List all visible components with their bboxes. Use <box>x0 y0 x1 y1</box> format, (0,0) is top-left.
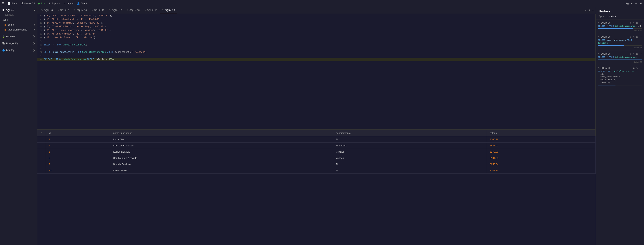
sidebar-mssql-label[interactable]: 🔷 MS SQL ❯ <box>0 48 37 53</box>
tab-icon-sqlite19: ✎ <box>144 9 146 11</box>
sign-in-button[interactable]: Sign in <box>625 2 632 5</box>
col-salario[interactable]: salario <box>487 130 596 136</box>
history-edit-2[interactable]: ✎ <box>633 36 635 38</box>
tabs-bar: ✎ SQLite.8 ✎ SQLite.9 ✎ SQLite.10 ✎ SQLi… <box>38 7 596 14</box>
code-line-25: 25 SELECT * FROM tabelafuncionarios; <box>38 43 596 47</box>
run-button[interactable]: ▶ Run <box>38 2 46 5</box>
file-menu[interactable]: 📄 File ▾ <box>8 2 18 5</box>
tab-icon-sqlite13: ✎ <box>109 9 110 11</box>
sidebar-item-demo[interactable]: ▦ demo ❯ <box>0 22 37 27</box>
history-grid-2[interactable]: ▦ <box>636 36 638 38</box>
tab-sqlite11[interactable]: ✎ SQLite.11 <box>89 8 106 13</box>
sidebar-mariadb-label[interactable]: 🍃 MariaDB ❯ <box>0 34 37 39</box>
history-progress-2 <box>598 45 642 46</box>
tab-sqlite8[interactable]: ✎ SQLite.8 <box>39 8 55 13</box>
history-panel: History Syntax | History ✎ SQLite.20 ▶ ✎… <box>596 7 644 245</box>
share-tab-button[interactable]: ⬆ <box>588 9 590 12</box>
tab-sqlite18[interactable]: ✎ SQLite.18 <box>124 8 142 13</box>
tab-label-sqlite8: SQLite.8 <box>44 9 53 12</box>
history-edit-4[interactable]: ✎ <box>636 67 638 69</box>
history-edit-3[interactable]: ✎ <box>633 52 635 55</box>
mail-icon[interactable]: ✉ <box>635 2 637 5</box>
sidebar-item-tabelafuncionarios-arrow: ❯ <box>34 28 35 31</box>
history-item-2: ✎ SQLite.20 ▶ ✎ ▦ ⋯ SELECT nome_funciona… <box>596 34 644 51</box>
history-tab-history[interactable]: History <box>609 15 616 18</box>
col-id[interactable]: id <box>46 130 110 136</box>
row-dept-2: Vendas <box>333 149 487 155</box>
history-db-3: SQLite.20 <box>601 52 629 55</box>
sidebar-postgresql-label[interactable]: 🐘 PostgreSQL ❯ <box>0 41 37 46</box>
tab-icon-sqlite8: ✎ <box>41 9 43 11</box>
tab-label-sqlite9: SQLite.9 <box>60 9 69 12</box>
history-progress-fill-4 <box>598 85 616 86</box>
export-menu[interactable]: ⬆ Export ▾ <box>49 2 61 5</box>
code-line-23: 23 ('10', 'Danilo Souza', 'TI', '8242.14… <box>38 36 596 40</box>
history-db-4: SQLite.20 <box>601 67 632 69</box>
main-layout: 🗄 SQLite ▾ 0.1.3 beta Table ▦ demo ❯ ▦ t… <box>0 7 644 245</box>
history-more-1[interactable]: ⋯ <box>640 22 642 24</box>
history-more-4[interactable]: ⋯ <box>640 67 642 69</box>
code-line-24: 24 <box>38 40 596 43</box>
row-salary-3: 6101.88 <box>487 155 596 161</box>
code-line-28: 28 <box>38 54 596 58</box>
code-editor[interactable]: 17 ('4', 'Davi Lucas Moraes', 'Financeir… <box>38 14 596 129</box>
row-id-2: 6 <box>46 149 110 155</box>
results-header-row: ⋮ id nome_funcionario departamento salar… <box>38 130 596 136</box>
row-drag-0 <box>38 136 46 142</box>
row-id-0: 3 <box>46 136 110 142</box>
tab-label-sqlite13: SQLite.13 <box>112 9 122 12</box>
history-item-1: ✎ SQLite.20 ▶ ✎ ▦ ⋯ SELECT * FROM tabela… <box>596 20 644 34</box>
sidebar-sqlite-header[interactable]: 🗄 SQLite ▾ <box>0 7 37 14</box>
editor-results-split: 17 ('4', 'Davi Lucas Moraes', 'Financeir… <box>38 14 596 245</box>
history-run-1[interactable]: ▶ <box>630 22 632 24</box>
settings-icon[interactable]: ⚙ <box>640 2 642 5</box>
code-line-17: 17 ('4', 'Davi Lucas Moraes', 'Financeir… <box>38 14 596 18</box>
row-salary-5: 8242.14 <box>487 168 596 174</box>
history-edit-1[interactable]: ✎ <box>633 22 635 24</box>
tab-sqlite10[interactable]: ✎ SQLite.10 <box>72 8 89 13</box>
history-grid-1[interactable]: ▦ <box>636 22 638 24</box>
client-menu[interactable]: 👤 Client <box>77 2 87 5</box>
owner-db-menu[interactable]: 🗄 Owner DB <box>21 2 35 5</box>
history-item-4: ✎ SQLite.20 ▶ ✎ ⋯ INSERT INTO tabelafunc… <box>596 65 644 88</box>
history-progress-1 <box>598 28 642 29</box>
history-progress-fill-3 <box>598 60 642 60</box>
sidebar-mssql-group: 🔷 MS SQL ❯ <box>0 47 37 53</box>
tab-sqlite9[interactable]: ✎ SQLite.9 <box>55 8 71 13</box>
history-run-4[interactable]: ▶ <box>633 67 635 69</box>
sidebar-item-tabelafuncionarios[interactable]: ▦ tabelafuncionarios ❯ <box>0 27 37 32</box>
history-item-1-actions: ▶ ✎ ▦ ⋯ <box>630 22 642 24</box>
history-item-3: ✎ SQLite.20 ▶ ✎ ▦ ⋯ SELECT * FROM tabela… <box>596 51 644 65</box>
more-tabs-button[interactable]: ⋯ <box>592 9 594 12</box>
history-run-2[interactable]: ▶ <box>630 36 632 38</box>
history-tab-syntax[interactable]: Syntax <box>599 15 606 18</box>
col-nome-funcionario[interactable]: nome_funcionario <box>110 130 333 136</box>
menu-icon[interactable]: ☰ <box>2 2 4 5</box>
history-more-2[interactable]: ⋯ <box>640 36 642 38</box>
add-tab-button[interactable]: ＋ <box>584 9 587 12</box>
row-salary-0: 8205.78 <box>487 136 596 142</box>
sidebar: 🗄 SQLite ▾ 0.1.3 beta Table ▦ demo ❯ ▦ t… <box>0 7 38 245</box>
sidebar-section-table: Table <box>0 18 37 22</box>
row-nome-1: Davi Lucas Moraes <box>110 142 333 149</box>
history-grid-3[interactable]: ▦ <box>636 52 638 55</box>
tab-sqlite20[interactable]: ✎ SQLite.20 <box>160 8 177 13</box>
code-line-18: 18 ('5', 'Pietro Cavalcanti', 'TI', '494… <box>38 18 596 21</box>
tab-icon-sqlite10: ✎ <box>74 9 76 11</box>
tab-sqlite13[interactable]: ✎ SQLite.13 <box>107 8 124 13</box>
sidebar-app-name: SQLite <box>6 9 34 12</box>
row-dept-3: Vendas <box>333 155 487 161</box>
tab-sqlite19[interactable]: ✎ SQLite.19 <box>142 8 160 13</box>
history-run-3[interactable]: ▶ <box>630 52 632 55</box>
history-more-3[interactable]: ⋯ <box>640 52 642 55</box>
col-departamento[interactable]: departamento <box>333 130 487 136</box>
row-id-3: 8 <box>46 155 110 161</box>
results-table-wrapper[interactable]: ⋮ id nome_funcionario departamento salar… <box>38 130 596 245</box>
postgresql-icon: 🐘 <box>2 42 5 45</box>
history-item-2-header: ✎ SQLite.20 ▶ ✎ ▦ ⋯ <box>598 36 642 38</box>
code-line-21: 21 ('8', 'Sra. Manuela Azevedo', 'Vendas… <box>38 28 596 32</box>
import-menu[interactable]: ⬇ Import <box>64 2 74 5</box>
col-drag: ⋮ <box>38 130 46 136</box>
sidebar-postgresql-group: 🐘 PostgreSQL ❯ <box>0 40 37 46</box>
history-edit-icon-2: ✎ <box>598 36 600 38</box>
